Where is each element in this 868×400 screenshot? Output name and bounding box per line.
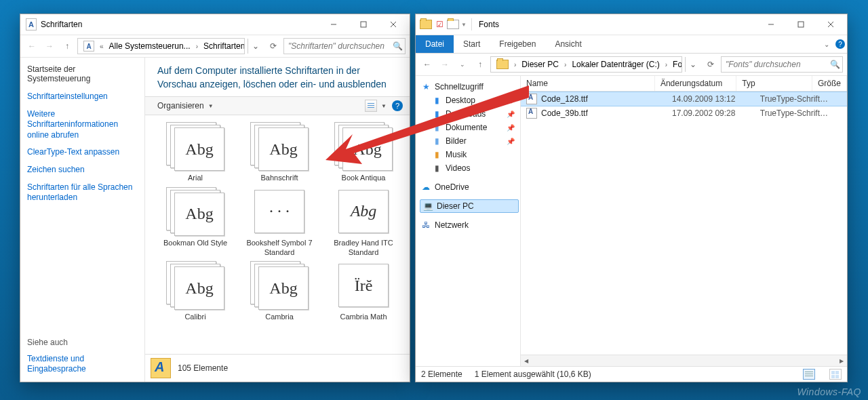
breadcrumb-segment[interactable]: Alle Systemsteuerun... <box>106 41 193 51</box>
tree-item[interactable]: ▮Bilder📌 <box>420 134 519 148</box>
back-button[interactable]: ← <box>420 57 435 72</box>
pin-icon: 📌 <box>507 124 517 132</box>
refresh-button[interactable]: ⟳ <box>703 57 718 72</box>
nav-tree[interactable]: ★ Schnellzugriff ▮Desktop📌▮Downloads📌▮Do… <box>416 76 521 366</box>
status-selection: 1 Element ausgewählt (10,6 KB) <box>475 369 591 379</box>
col-date[interactable]: Änderungsdatum <box>655 76 736 91</box>
font-item[interactable]: AbgBookman Old Style <box>155 187 236 258</box>
cloud-icon: ☁ <box>421 182 431 192</box>
file-row[interactable]: Code_128.ttf14.09.2009 13:12TrueType-Sch… <box>521 92 847 106</box>
maximize-button[interactable] <box>786 15 816 34</box>
up-button[interactable]: ↑ <box>60 39 75 54</box>
minimize-button[interactable] <box>319 15 349 34</box>
sidebar: Startseite der Systemsteuerung Schriftar… <box>20 58 145 382</box>
tab-freigeben[interactable]: Freigeben <box>490 35 545 53</box>
breadcrumb-segment[interactable]: Fonts <box>670 60 682 69</box>
forward-button[interactable]: → <box>42 39 57 54</box>
sidebar-home[interactable]: Startseite der Systemsteuerung <box>26 62 139 87</box>
scroll-right-button[interactable]: ▶ <box>836 356 847 365</box>
search-box[interactable]: 🔍 <box>283 38 406 54</box>
font-grid[interactable]: AbgArialAbgBahnschriftAbgBook AntiquaAbg… <box>145 115 410 354</box>
qat-newfolder-icon[interactable] <box>447 18 459 31</box>
breadcrumb-segment[interactable]: Dieser PC <box>519 60 561 69</box>
close-button[interactable] <box>816 15 846 34</box>
tree-item[interactable]: ▮Dokumente📌 <box>420 121 519 134</box>
breadcrumb-bar[interactable]: A « Alle Systemsteuerun... › Schriftarte… <box>77 38 245 54</box>
tab-start[interactable]: Start <box>454 35 490 53</box>
tree-item[interactable]: ▮Musik <box>420 148 519 161</box>
tree-item[interactable]: ▮Desktop📌 <box>420 94 519 107</box>
forward-button[interactable]: → <box>437 57 452 72</box>
window-title: Fonts <box>479 20 499 29</box>
breadcrumb-segment[interactable]: Schriftarten <box>201 41 245 51</box>
font-item[interactable]: · · ·Bookshelf Symbol 7 Standard <box>239 187 320 258</box>
tab-datei[interactable]: Datei <box>416 35 454 53</box>
breadcrumb-dropdown[interactable]: ⌄ <box>685 57 701 72</box>
maximize-button[interactable] <box>349 15 378 34</box>
sidebar-link[interactable]: Schriftarten für alle Sprachen herunterl… <box>26 180 139 206</box>
chevron-down-icon[interactable]: ▼ <box>460 22 467 28</box>
horizontal-scrollbar[interactable]: ◀ ▶ <box>521 355 847 366</box>
minimize-button[interactable] <box>756 15 786 34</box>
sidebar-link[interactable]: Zeichen suchen <box>26 162 139 178</box>
tree-item[interactable]: ▮Downloads📌 <box>420 107 519 121</box>
folder-icon: ▮ <box>432 163 441 173</box>
tree-item[interactable]: ▮Videos <box>420 161 519 175</box>
help-button[interactable]: ? <box>392 100 403 111</box>
tree-quickaccess[interactable]: ★ Schnellzugriff <box>420 80 519 94</box>
font-item[interactable]: AbgBahnschrift <box>239 122 320 183</box>
tree-thispc[interactable]: 💻 Dieser PC <box>420 199 519 213</box>
col-size[interactable]: Größe <box>812 76 847 91</box>
sidebar-link[interactable]: ClearType-Text anpassen <box>26 144 139 161</box>
breadcrumb-segment[interactable]: Lokaler Datenträger (C:) <box>569 60 662 69</box>
titlebar[interactable]: A Schriftarten <box>20 14 410 35</box>
pin-icon: 📌 <box>507 111 517 118</box>
sidebar-link[interactable]: Schriftarteinstellungen <box>26 89 139 105</box>
refresh-button[interactable]: ⟳ <box>266 39 281 54</box>
qat-properties-icon[interactable]: ☑ <box>433 18 446 31</box>
search-input[interactable] <box>724 59 830 70</box>
font-name: Bradley Hand ITC Standard <box>326 239 401 258</box>
font-item[interactable]: AbgCambria <box>239 261 320 322</box>
chevron-down-icon: ▼ <box>208 103 214 109</box>
pin-icon: 📌 <box>507 97 517 104</box>
back-button[interactable]: ← <box>24 39 39 54</box>
breadcrumb-bar[interactable]: › Dieser PC › Lokaler Datenträger (C:) ›… <box>490 56 682 73</box>
recent-dropdown[interactable]: ⌄ <box>455 57 470 72</box>
column-headers[interactable]: Name Änderungsdatum Typ Größe <box>521 76 847 92</box>
close-button[interactable] <box>378 15 408 34</box>
font-item[interactable]: AbgBradley Hand ITC Standard <box>323 187 404 258</box>
chevron-right-icon: › <box>513 61 517 68</box>
breadcrumb-dropdown[interactable]: ⌄ <box>248 39 263 54</box>
icons-view-button[interactable] <box>829 369 842 380</box>
help-button[interactable]: ? <box>833 35 847 53</box>
file-rows[interactable]: Code_128.ttf14.09.2009 13:12TrueType-Sch… <box>521 92 847 355</box>
search-box[interactable]: 🔍 <box>721 56 843 73</box>
tree-onedrive[interactable]: ☁ OneDrive <box>420 180 519 194</box>
up-button[interactable]: ↑ <box>473 57 488 72</box>
font-item[interactable]: AbgArial <box>155 122 236 183</box>
fonts-folder-icon: A <box>151 358 171 378</box>
font-name: Arial <box>188 174 203 183</box>
file-row[interactable]: Code_39b.ttf17.09.2002 09:28TrueType-Sch… <box>521 106 847 120</box>
scroll-left-button[interactable]: ◀ <box>521 356 532 365</box>
font-item[interactable]: AbgBook Antiqua <box>323 122 404 183</box>
view-dropdown[interactable]: ▼ <box>378 103 389 109</box>
control-panel-fonts-window: A Schriftarten ← → ↑ A « Alle Systemsteu… <box>20 14 410 382</box>
search-input[interactable] <box>287 41 393 52</box>
col-name[interactable]: Name <box>521 76 655 91</box>
sidebar-link[interactable]: Textdienste und Eingabesprache <box>26 351 139 378</box>
file-list-pane: Name Änderungsdatum Typ Größe Code_128.t… <box>521 76 847 366</box>
font-item[interactable]: AbgCalibri <box>155 261 236 322</box>
col-type[interactable]: Typ <box>736 76 812 91</box>
ribbon-collapse-button[interactable]: ⌄ <box>820 35 833 53</box>
organize-button[interactable]: Organisieren▼ <box>152 99 219 113</box>
font-name: Cambria <box>265 313 294 322</box>
font-item[interactable]: ÏrĕCambria Math <box>323 261 404 322</box>
view-button[interactable] <box>365 100 377 112</box>
tab-ansicht[interactable]: Ansicht <box>545 35 591 53</box>
details-view-button[interactable] <box>803 369 815 380</box>
sidebar-link[interactable]: Weitere Schriftarteninformationen online… <box>26 106 139 144</box>
svg-rect-1 <box>361 22 366 27</box>
tree-network[interactable]: 🖧 Netzwerk <box>420 218 519 232</box>
